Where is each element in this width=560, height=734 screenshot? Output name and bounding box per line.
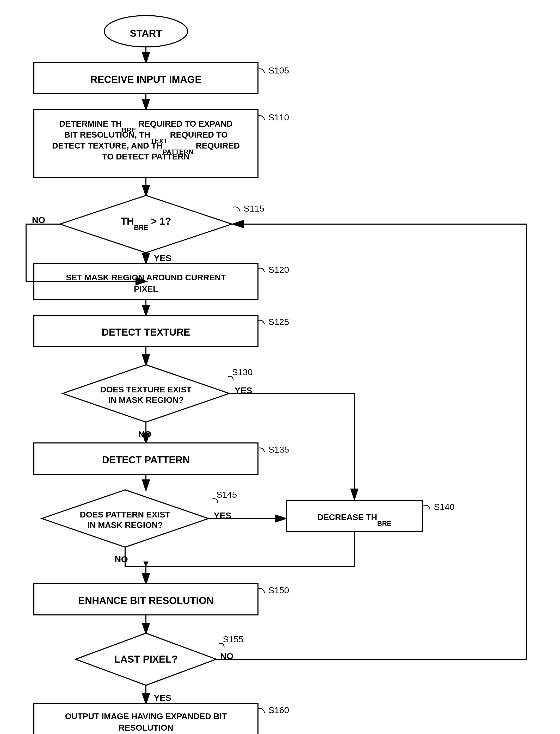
s130-no-label: NO xyxy=(138,429,151,439)
s115-step: S115 xyxy=(244,203,264,213)
s160-step: S160 xyxy=(268,705,289,715)
diagram-container: .flow-text { font-family: Arial, sans-se… xyxy=(0,0,560,734)
s155-yes-label: YES xyxy=(154,693,171,703)
s145-step: S145 xyxy=(216,490,237,499)
s145-line2: IN MASK REGION? xyxy=(87,520,163,530)
s160-line1: OUTPUT IMAGE HAVING EXPANDED BIT xyxy=(65,712,227,721)
s145-line1: DOES PATTERN EXIST xyxy=(80,510,170,519)
s110-step: S110 xyxy=(268,112,289,122)
s155-step: S155 xyxy=(223,634,243,644)
s105-step: S105 xyxy=(268,65,289,75)
s130-step: S130 xyxy=(232,367,253,377)
s115-yes-label: YES xyxy=(154,253,171,263)
s115-no-label: NO xyxy=(32,215,45,225)
s145-no-label: NO xyxy=(115,554,128,564)
s135-step: S135 xyxy=(268,445,289,454)
start-label: START xyxy=(130,28,162,39)
s130-line1: DOES TEXTURE EXIST xyxy=(100,385,192,394)
s135-label: DETECT PATTERN xyxy=(102,454,190,465)
s120-step: S120 xyxy=(268,265,289,275)
s140-step: S140 xyxy=(434,502,454,512)
s160-line2: RESOLUTION xyxy=(119,723,173,732)
s120-line2: PIXEL xyxy=(134,284,158,294)
s110-line4: TO DETECT PATTERN xyxy=(102,152,190,161)
s125-step: S125 xyxy=(268,317,289,327)
s150-step: S150 xyxy=(268,585,289,595)
s150-label: ENHANCE BIT RESOLUTION xyxy=(78,595,213,606)
s155-label: LAST PIXEL? xyxy=(114,654,178,665)
s130-line2: IN MASK REGION? xyxy=(108,395,184,405)
s125-label: DETECT TEXTURE xyxy=(102,327,190,338)
s105-label: RECEIVE INPUT IMAGE xyxy=(90,74,202,85)
